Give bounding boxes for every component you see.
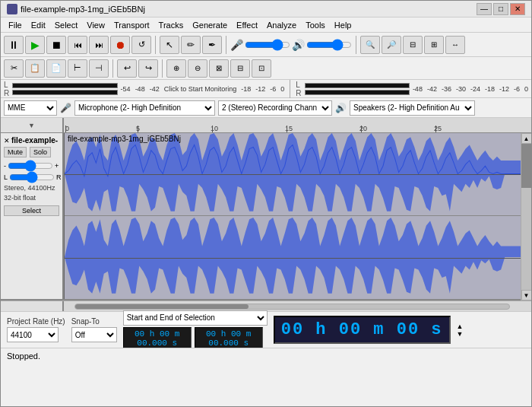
start-time-input[interactable]: 00 h 00 m 00.000 s [123, 327, 192, 350]
silence-button[interactable]: ⊣ [89, 59, 109, 78]
ch1-zero-line [65, 174, 521, 175]
pan-l-label: L [4, 173, 8, 181]
input-device-select[interactable]: Microphone (2- High Definition [74, 100, 215, 116]
play-button[interactable]: ▶ [25, 36, 45, 54]
menu-select[interactable]: Select [50, 19, 83, 31]
track-controls: ✕ file-example- Mute Solo - + L R Ste [1, 133, 64, 299]
time-unit-label: ▼ [28, 122, 35, 129]
speaker-icon: 🔊 [292, 39, 305, 51]
project-rate-label: Project Rate (Hz) [7, 317, 65, 326]
level-meters-row: LR -54 -48 -42 Click to Start Monitoring… [1, 80, 531, 98]
envelope-tool-button[interactable]: ✏ [181, 36, 201, 54]
mute-button[interactable]: Mute [4, 147, 27, 157]
snap-to-label: Snap-To [71, 317, 117, 326]
menu-analyze[interactable]: Analyze [262, 19, 301, 31]
fit-width-button[interactable]: ↔ [445, 36, 465, 54]
hscroll-track[interactable] [74, 304, 510, 310]
snap-to-group: Snap-To Off [71, 317, 117, 342]
output-device-select[interactable]: Speakers (2- High Definition Au [350, 100, 475, 116]
pan-slider[interactable] [9, 173, 55, 182]
gain-slider[interactable] [8, 161, 53, 170]
input-meter-l [12, 83, 117, 88]
zoom-in2-button[interactable]: ⊕ [166, 59, 186, 78]
output-meter-l [305, 83, 410, 88]
menu-help[interactable]: Help [330, 19, 356, 31]
menu-effect[interactable]: Effect [232, 19, 262, 31]
zoom-in-button[interactable]: 🔍 [360, 36, 380, 54]
host-select[interactable]: MME [4, 100, 57, 116]
sep4 [112, 59, 113, 78]
menu-file[interactable]: File [4, 19, 27, 31]
gain-row: - + [4, 161, 59, 170]
menu-tools[interactable]: Tools [301, 19, 330, 31]
input-meters [12, 83, 117, 95]
output-volume-slider[interactable] [306, 40, 352, 49]
zoom-toggle-button[interactable]: ⊡ [252, 59, 271, 78]
fit-project-button[interactable]: ⊟ [403, 36, 423, 54]
select-track-button[interactable]: Select [4, 205, 59, 216]
time-up-arrow[interactable]: ▲ [457, 323, 464, 330]
title-bar-controls[interactable]: — □ ✕ [477, 3, 525, 15]
vscroll-down-button[interactable]: ▼ [521, 290, 532, 300]
project-rate-select[interactable]: 44100 [7, 327, 59, 342]
vscroll-track[interactable] [521, 144, 532, 290]
window-title: file-example-mp3-1mg_iGEb5BNj [21, 5, 145, 14]
selection-type-select[interactable]: Start and End of Selection [123, 310, 268, 326]
vscroll-up-button[interactable]: ▲ [521, 133, 532, 144]
bottom-toolbar: Project Rate (Hz) 44100 Snap-To Off Star… [1, 311, 531, 348]
lr-label: LR [4, 81, 9, 97]
trim-button[interactable]: ⊢ [68, 59, 87, 78]
selection-tool-button[interactable]: ↖ [160, 36, 179, 54]
solo-button[interactable]: Solo [30, 147, 51, 157]
hscroll-thumb[interactable] [75, 304, 249, 309]
cut-button[interactable]: ✂ [4, 59, 24, 78]
pan-row: L R [4, 173, 59, 182]
menu-tracks[interactable]: Tracks [154, 19, 188, 31]
zoom-out2-button[interactable]: ⊖ [188, 59, 207, 78]
track-area: ✕ file-example- Mute Solo - + L R Ste [1, 133, 521, 300]
meters-sep [290, 80, 290, 98]
redo-button[interactable]: ↪ [138, 59, 158, 78]
menu-edit[interactable]: Edit [27, 19, 50, 31]
input-volume-slider[interactable] [245, 40, 290, 49]
end-time-input[interactable]: 00 h 00 m 00.000 s [195, 327, 263, 350]
menu-generate[interactable]: Generate [188, 19, 232, 31]
menu-transport[interactable]: Transport [109, 19, 154, 31]
vertical-scrollbar[interactable]: ▲ ▼ [521, 133, 531, 300]
track-header: ✕ file-example- [4, 136, 59, 145]
waveform-area[interactable]: file-example-mp3-1mg_iGEb5BNj 1.0 0.5 0.… [64, 133, 521, 299]
title-bar: file-example-mp3-1mg_iGEb5BNj — □ ✕ [1, 1, 531, 17]
draw-tool-button[interactable]: ✒ [202, 36, 222, 54]
transport-toolbar: ⏸ ▶ ⏹ ⏮ ⏭ ⏺ ↺ ↖ ✏ ✒ 🎤 🔊 🔍 🔎 ⊟ ⊞ ↔ [1, 33, 531, 57]
track-area-container: ✕ file-example- Mute Solo - + L R Ste [1, 133, 531, 300]
input-channel-select[interactable]: 2 (Stereo) Recording Chann [218, 100, 332, 116]
edit-toolbar: ✂ 📋 📄 ⊢ ⊣ ↩ ↪ ⊕ ⊖ ⊠ ⊟ ⊡ [1, 57, 531, 80]
zoom-out-button[interactable]: 🔎 [382, 36, 401, 54]
maximize-button[interactable]: □ [493, 3, 508, 15]
skip-back-button[interactable]: ⏮ [68, 36, 87, 54]
zoom-sel2-button[interactable]: ⊠ [209, 59, 229, 78]
zoom-fit2-button[interactable]: ⊟ [230, 59, 250, 78]
channel-1: 1.0 0.5 0.0 -0.5 -1.0 [65, 133, 521, 216]
hscroll-left [1, 301, 64, 311]
record-button[interactable]: ⏺ [110, 36, 130, 54]
close-button[interactable]: ✕ [510, 3, 525, 15]
skip-forward-button[interactable]: ⏭ [89, 36, 109, 54]
time-down-arrow[interactable]: ▼ [457, 330, 464, 338]
pause-button[interactable]: ⏸ [4, 36, 24, 54]
minimize-button[interactable]: — [477, 3, 492, 15]
device-row: MME 🎤 Microphone (2- High Definition 2 (… [1, 98, 531, 118]
input-meter-labels: -54 -48 -42 Click to Start Monitoring -1… [121, 85, 285, 93]
track-close-button[interactable]: ✕ [4, 137, 10, 145]
paste-button[interactable]: 📄 [46, 59, 66, 78]
copy-button[interactable]: 📋 [25, 59, 45, 78]
vscroll-thumb[interactable] [521, 144, 532, 188]
snap-to-select[interactable]: Off [71, 327, 117, 342]
undo-button[interactable]: ↩ [117, 59, 137, 78]
loop-button[interactable]: ↺ [131, 36, 151, 54]
zoom-sel-button[interactable]: ⊞ [424, 36, 444, 54]
menu-view[interactable]: View [82, 19, 109, 31]
input-meter-r [12, 90, 117, 95]
mic-icon: 🎤 [230, 39, 243, 51]
stop-button[interactable]: ⏹ [46, 36, 66, 54]
